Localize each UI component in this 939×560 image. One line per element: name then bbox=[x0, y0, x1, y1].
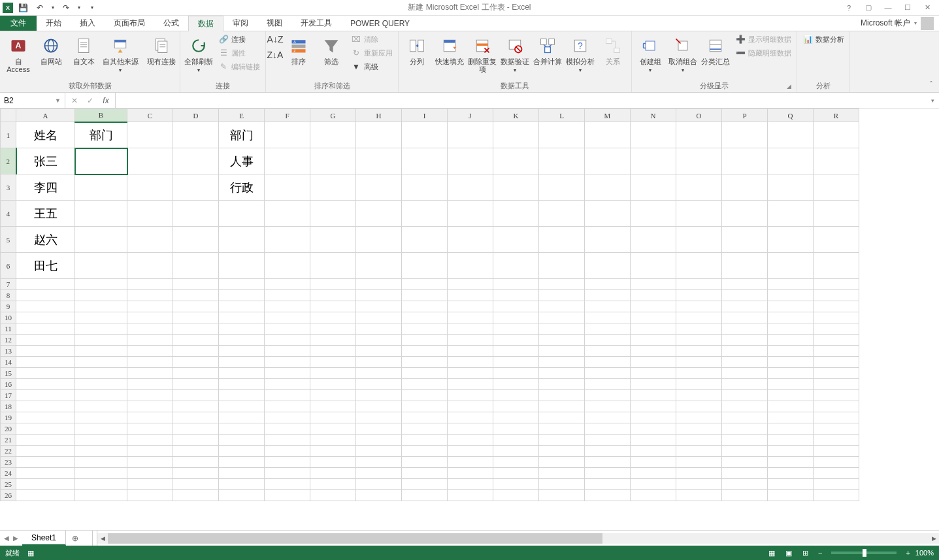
cell-C26[interactable] bbox=[127, 490, 173, 501]
cell-E24[interactable] bbox=[219, 468, 265, 479]
cell-E19[interactable] bbox=[219, 412, 265, 423]
close-button[interactable]: ✕ bbox=[918, 1, 936, 14]
select-all-corner[interactable] bbox=[1, 109, 16, 122]
connections-button[interactable]: 🔗连接 bbox=[216, 33, 263, 46]
cell-O4[interactable] bbox=[676, 201, 722, 227]
cell-E12[interactable] bbox=[219, 335, 265, 346]
row-header-6[interactable]: 6 bbox=[1, 253, 16, 279]
cell-N24[interactable] bbox=[631, 468, 676, 479]
cell-N14[interactable] bbox=[631, 357, 676, 368]
cell-D18[interactable] bbox=[173, 401, 219, 412]
cell-F13[interactable] bbox=[265, 346, 310, 357]
cell-O25[interactable] bbox=[676, 479, 722, 490]
cell-D24[interactable] bbox=[173, 468, 219, 479]
cell-I5[interactable] bbox=[402, 227, 448, 253]
cell-N12[interactable] bbox=[631, 335, 676, 346]
cell-P24[interactable] bbox=[722, 468, 768, 479]
cell-M8[interactable] bbox=[585, 290, 631, 301]
cell-F16[interactable] bbox=[265, 379, 310, 390]
cell-B1[interactable]: 部门 bbox=[75, 122, 127, 148]
cell-K21[interactable] bbox=[493, 435, 539, 446]
ribbon-tab-3[interactable]: 公式 bbox=[154, 16, 188, 31]
cell-L12[interactable] bbox=[539, 335, 585, 346]
cell-N9[interactable] bbox=[631, 301, 676, 312]
cell-P26[interactable] bbox=[722, 490, 768, 501]
cell-H1[interactable] bbox=[356, 122, 402, 148]
cell-M17[interactable] bbox=[585, 390, 631, 401]
cell-P18[interactable] bbox=[722, 401, 768, 412]
row-header-12[interactable]: 12 bbox=[1, 335, 16, 346]
cell-H15[interactable] bbox=[356, 368, 402, 379]
cell-J23[interactable] bbox=[448, 457, 493, 468]
row-header-11[interactable]: 11 bbox=[1, 323, 16, 335]
cell-A6[interactable]: 田七 bbox=[16, 253, 75, 279]
cell-O22[interactable] bbox=[676, 446, 722, 457]
cell-F24[interactable] bbox=[265, 468, 310, 479]
cell-J6[interactable] bbox=[448, 253, 493, 279]
from-other-sources-button[interactable]: 自其他来源▾ bbox=[101, 33, 140, 77]
cell-F17[interactable] bbox=[265, 390, 310, 401]
cell-D8[interactable] bbox=[173, 290, 219, 301]
text-to-columns-button[interactable]: 分列 bbox=[401, 33, 433, 68]
cell-K12[interactable] bbox=[493, 335, 539, 346]
cell-I18[interactable] bbox=[402, 401, 448, 412]
cell-A23[interactable] bbox=[16, 457, 75, 468]
cell-N2[interactable] bbox=[631, 148, 676, 174]
cell-I25[interactable] bbox=[402, 479, 448, 490]
cell-C8[interactable] bbox=[127, 290, 173, 301]
cell-L26[interactable] bbox=[539, 490, 585, 501]
cell-L10[interactable] bbox=[539, 312, 585, 323]
cell-J14[interactable] bbox=[448, 357, 493, 368]
cell-J9[interactable] bbox=[448, 301, 493, 312]
cell-O24[interactable] bbox=[676, 468, 722, 479]
cell-B8[interactable] bbox=[75, 290, 127, 301]
cell-A12[interactable] bbox=[16, 335, 75, 346]
cell-R16[interactable] bbox=[814, 379, 859, 390]
cell-I10[interactable] bbox=[402, 312, 448, 323]
cell-O9[interactable] bbox=[676, 301, 722, 312]
cell-I17[interactable] bbox=[402, 390, 448, 401]
view-normal-button[interactable]: ▦ bbox=[765, 547, 779, 559]
cell-G8[interactable] bbox=[310, 290, 356, 301]
cell-I24[interactable] bbox=[402, 468, 448, 479]
cell-H3[interactable] bbox=[356, 174, 402, 201]
cell-F7[interactable] bbox=[265, 279, 310, 290]
cell-J7[interactable] bbox=[448, 279, 493, 290]
cell-Q13[interactable] bbox=[768, 346, 814, 357]
column-header-H[interactable]: H bbox=[356, 109, 402, 122]
cell-G25[interactable] bbox=[310, 479, 356, 490]
collapse-ribbon-button[interactable]: ˆ bbox=[923, 31, 939, 92]
cell-F1[interactable] bbox=[265, 122, 310, 148]
cell-F23[interactable] bbox=[265, 457, 310, 468]
cell-B23[interactable] bbox=[75, 457, 127, 468]
cell-J10[interactable] bbox=[448, 312, 493, 323]
cell-E9[interactable] bbox=[219, 301, 265, 312]
cell-J22[interactable] bbox=[448, 446, 493, 457]
cell-O18[interactable] bbox=[676, 401, 722, 412]
cell-B15[interactable] bbox=[75, 368, 127, 379]
cell-H16[interactable] bbox=[356, 379, 402, 390]
cell-D9[interactable] bbox=[173, 301, 219, 312]
cell-L23[interactable] bbox=[539, 457, 585, 468]
from-text-button[interactable]: 自文本 bbox=[68, 33, 99, 68]
cell-N11[interactable] bbox=[631, 323, 676, 335]
cell-D7[interactable] bbox=[173, 279, 219, 290]
row-header-21[interactable]: 21 bbox=[1, 435, 16, 446]
cell-M21[interactable] bbox=[585, 435, 631, 446]
cell-G10[interactable] bbox=[310, 312, 356, 323]
cell-R3[interactable] bbox=[814, 174, 859, 201]
cell-H23[interactable] bbox=[356, 457, 402, 468]
column-header-R[interactable]: R bbox=[814, 109, 859, 122]
data-validation-button[interactable]: 数据验证▾ bbox=[499, 33, 531, 77]
cell-J21[interactable] bbox=[448, 435, 493, 446]
cell-F11[interactable] bbox=[265, 323, 310, 335]
cell-R20[interactable] bbox=[814, 423, 859, 435]
cell-D5[interactable] bbox=[173, 227, 219, 253]
cell-N10[interactable] bbox=[631, 312, 676, 323]
cell-D22[interactable] bbox=[173, 446, 219, 457]
cell-R15[interactable] bbox=[814, 368, 859, 379]
cell-B17[interactable] bbox=[75, 390, 127, 401]
cell-F6[interactable] bbox=[265, 253, 310, 279]
grid-scroll[interactable]: ABCDEFGHIJKLMNOPQR1姓名部门部门2张三人事3李四行政4王五5赵… bbox=[0, 108, 939, 530]
cell-L20[interactable] bbox=[539, 423, 585, 435]
